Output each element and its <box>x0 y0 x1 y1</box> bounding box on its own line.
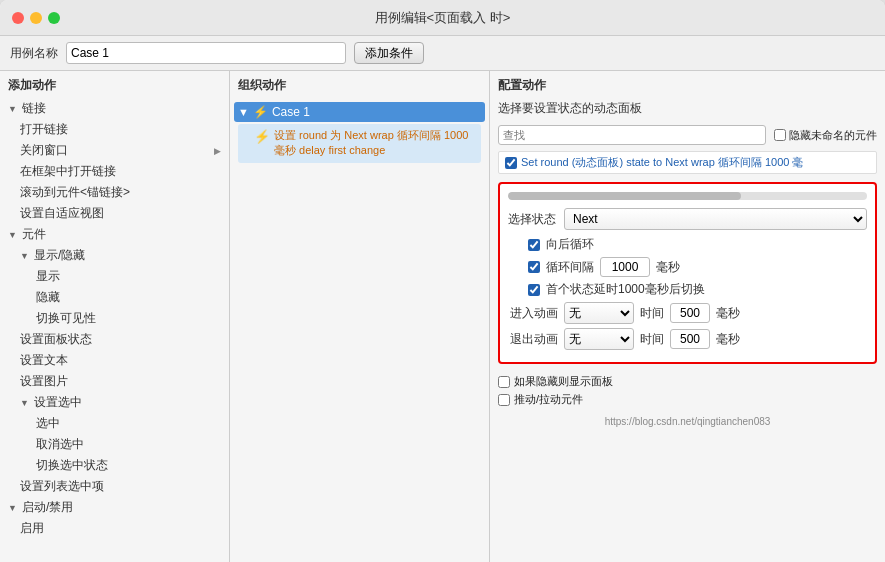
case-name-input[interactable] <box>66 42 346 64</box>
arrow-icon-elements: ▼ <box>8 230 20 240</box>
case-tree: ▼ ⚡ Case 1 ⚡ 设置 round 为 Next wrap 循环间隔 1… <box>230 98 489 169</box>
sidebar-item-close-window[interactable]: 关闭窗口 ▶ <box>0 140 229 161</box>
left-panel: 添加动作 ▼ 链接 打开链接 关闭窗口 ▶ 在框架中打开链接 滚动到元件<锚链接… <box>0 71 230 562</box>
state-text: Set round (动态面板) state to Next wrap 循环间隔… <box>521 155 803 170</box>
maximize-button[interactable] <box>48 12 60 24</box>
state-select-label: 选择状态 <box>508 211 556 228</box>
bottom-options: 如果隐藏则显示面板 推动/拉动元件 <box>490 370 885 414</box>
window-title: 用例编辑<页面载入 时> <box>375 9 511 27</box>
config-box: 选择状态 Next 向后循环 循环间隔 毫秒 <box>498 182 877 364</box>
loop-interval-row: 循环间隔 毫秒 <box>508 257 867 277</box>
sidebar-item-show[interactable]: 显示 <box>0 266 229 287</box>
arrow-icon-set-selected: ▼ <box>20 398 32 408</box>
enter-anim-select[interactable]: 无 <box>564 302 634 324</box>
sidebar-item-elements[interactable]: ▼ 元件 <box>0 224 229 245</box>
push-pull-row: 推动/拉动元件 <box>498 392 877 407</box>
exit-time-input[interactable] <box>670 329 710 349</box>
titlebar: 用例编辑<页面载入 时> <box>0 0 885 36</box>
first-delay-label: 首个状态延时1000毫秒后切换 <box>546 281 705 298</box>
sidebar-item-show-hide[interactable]: ▼ 显示/隐藏 <box>0 245 229 266</box>
show-if-hidden-checkbox[interactable] <box>498 376 510 388</box>
sidebar-item-select[interactable]: 选中 <box>0 413 229 434</box>
enter-anim-label: 进入动画 <box>508 305 558 322</box>
state-checkbox[interactable] <box>505 157 517 169</box>
case-arrow-icon: ▼ <box>238 106 249 118</box>
hide-unnamed-checkbox[interactable] <box>774 129 786 141</box>
sidebar-item-toggle[interactable]: 切换可见性 <box>0 308 229 329</box>
sidebar-item-set-text[interactable]: 设置文本 <box>0 350 229 371</box>
sidebar-item-set-adaptive[interactable]: 设置自适应视图 <box>0 203 229 224</box>
sidebar-item-enable[interactable]: 启用 <box>0 518 229 539</box>
enter-anim-row: 进入动画 无 时间 毫秒 <box>508 302 867 324</box>
arrow-icon-show-hide: ▼ <box>20 251 32 261</box>
action-lightning-icon: ⚡ <box>254 129 270 144</box>
lightning-icon: ⚡ <box>253 105 268 119</box>
exit-ms-label: 毫秒 <box>716 331 740 348</box>
enter-ms-label: 毫秒 <box>716 305 740 322</box>
config-action-header: 配置动作 <box>490 71 885 98</box>
expand-icon: ▶ <box>214 146 221 156</box>
close-button[interactable] <box>12 12 24 24</box>
arrow-icon: ▼ <box>8 104 20 114</box>
loop-interval-unit: 毫秒 <box>656 259 680 276</box>
search-input[interactable] <box>498 125 766 145</box>
sidebar-item-toggle-select[interactable]: 切换选中状态 <box>0 455 229 476</box>
enter-time-input[interactable] <box>670 303 710 323</box>
hide-unnamed-text: 隐藏未命名的元件 <box>789 128 877 143</box>
sidebar-item-hide[interactable]: 隐藏 <box>0 287 229 308</box>
search-row: 隐藏未命名的元件 <box>490 121 885 149</box>
forward-loop-label: 向后循环 <box>546 236 594 253</box>
add-condition-button[interactable]: 添加条件 <box>354 42 424 64</box>
arrow-icon-enable: ▼ <box>8 503 20 513</box>
push-pull-label: 推动/拉动元件 <box>514 392 583 407</box>
sidebar-item-set-image[interactable]: 设置图片 <box>0 371 229 392</box>
add-action-header: 添加动作 <box>0 71 229 98</box>
main-window: 用例编辑<页面载入 时> 用例名称 添加条件 添加动作 ▼ 链接 打开链接 关闭… <box>0 0 885 562</box>
loop-interval-checkbox[interactable] <box>528 261 540 273</box>
case-row-selected[interactable]: ▼ ⚡ Case 1 <box>234 102 485 122</box>
first-delay-checkbox[interactable] <box>528 284 540 296</box>
show-if-hidden-label: 如果隐藏则显示面板 <box>514 374 613 389</box>
loop-interval-label: 循环间隔 <box>546 259 594 276</box>
first-delay-row: 首个状态延时1000毫秒后切换 <box>508 281 867 298</box>
sidebar-item-scroll-to[interactable]: 滚动到元件<锚链接> <box>0 182 229 203</box>
push-pull-checkbox[interactable] <box>498 394 510 406</box>
progress-bar <box>508 192 867 200</box>
action-row[interactable]: ⚡ 设置 round 为 Next wrap 循环间隔 1000 毫秒 dela… <box>238 124 481 163</box>
forward-loop-row: 向后循环 <box>508 236 867 253</box>
main-area: 添加动作 ▼ 链接 打开链接 关闭窗口 ▶ 在框架中打开链接 滚动到元件<锚链接… <box>0 71 885 562</box>
state-select-row: 选择状态 Next <box>508 208 867 230</box>
config-sub-header: 选择要设置状态的动态面板 <box>490 98 885 121</box>
show-if-hidden-row: 如果隐藏则显示面板 <box>498 374 877 389</box>
mid-panel: 组织动作 ▼ ⚡ Case 1 ⚡ 设置 round 为 Next wrap 循… <box>230 71 490 562</box>
enter-time-label: 时间 <box>640 305 664 322</box>
minimize-button[interactable] <box>30 12 42 24</box>
sidebar-item-enable-disable[interactable]: ▼ 启动/禁用 <box>0 497 229 518</box>
sidebar-item-open-link[interactable]: 打开链接 <box>0 119 229 140</box>
exit-anim-select[interactable]: 无 <box>564 328 634 350</box>
watermark: https://blog.csdn.net/qingtianchen083 <box>490 414 885 429</box>
exit-anim-row: 退出动画 无 时间 毫秒 <box>508 328 867 350</box>
hide-unnamed-label[interactable]: 隐藏未命名的元件 <box>774 128 877 143</box>
state-select[interactable]: Next <box>564 208 867 230</box>
action-text: 设置 round 为 Next wrap 循环间隔 1000 毫秒 delay … <box>274 128 473 159</box>
sidebar-item-deselect[interactable]: 取消选中 <box>0 434 229 455</box>
sidebar-item-link[interactable]: ▼ 链接 <box>0 98 229 119</box>
exit-anim-label: 退出动画 <box>508 331 558 348</box>
traffic-lights <box>12 12 60 24</box>
sidebar-item-open-in-frame[interactable]: 在框架中打开链接 <box>0 161 229 182</box>
case-label: Case 1 <box>272 105 310 119</box>
progress-bar-fill <box>508 192 741 200</box>
sidebar-item-set-selected[interactable]: ▼ 设置选中 <box>0 392 229 413</box>
case-name-label: 用例名称 <box>10 45 58 62</box>
toolbar: 用例名称 添加条件 <box>0 36 885 71</box>
sidebar-item-set-panel[interactable]: 设置面板状态 <box>0 329 229 350</box>
loop-interval-input[interactable] <box>600 257 650 277</box>
state-item[interactable]: Set round (动态面板) state to Next wrap 循环间隔… <box>498 151 877 174</box>
exit-time-label: 时间 <box>640 331 664 348</box>
organize-action-header: 组织动作 <box>230 71 489 98</box>
forward-loop-checkbox[interactable] <box>528 239 540 251</box>
right-panel: 配置动作 选择要设置状态的动态面板 隐藏未命名的元件 Set round (动态… <box>490 71 885 562</box>
sidebar-item-set-list[interactable]: 设置列表选中项 <box>0 476 229 497</box>
progress-bar-container <box>508 192 867 200</box>
